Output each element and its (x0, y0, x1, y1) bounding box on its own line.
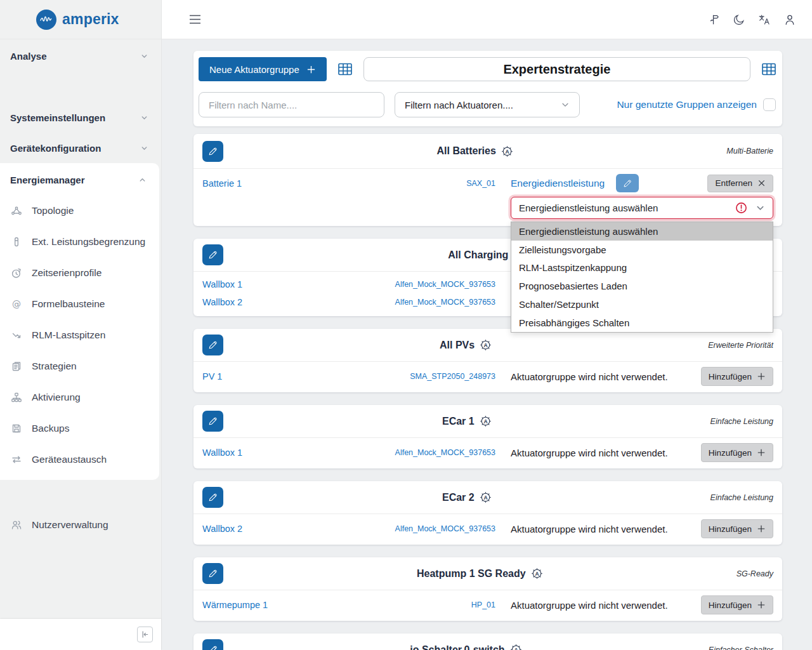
actuator-name-link[interactable]: Wallbox 2 (202, 524, 377, 534)
plus-icon (757, 600, 766, 609)
group-type-label: Einfache Leistung (710, 417, 773, 426)
card-body: Wallbox 2 Alfen_Mock_MOCK_937653 Aktuato… (193, 514, 782, 545)
sidebar-item-zeitserienprofile[interactable]: Zeitserienprofile (0, 257, 159, 288)
card-title: All PVs A (223, 339, 708, 351)
edit-group-button[interactable] (202, 639, 223, 650)
remove-button[interactable]: Entfernen (707, 175, 773, 192)
signpost-icon[interactable] (705, 11, 722, 28)
svg-text:A: A (484, 342, 488, 348)
device-id-link[interactable]: Alfen_Mock_MOCK_937653 (393, 524, 495, 533)
auto-badge-icon: A (531, 567, 543, 580)
edit-group-button[interactable] (202, 411, 223, 432)
device-id-link[interactable]: SMA_STP2050_248973 (393, 372, 495, 381)
card-body: Wärmepumpe 1 HP_01 Aktuatorgruppe wird n… (193, 590, 782, 621)
device-id-link[interactable]: SAX_01 (393, 179, 495, 188)
energy-service-link[interactable]: Energiedienstleistung (511, 178, 605, 189)
chevron-up-icon (138, 176, 147, 184)
actuator-row: Wallbox 1 Alfen_Mock_MOCK_937653 Aktuato… (202, 442, 773, 463)
card-body: Wallbox 1 Alfen_Mock_MOCK_937653 Aktuato… (193, 438, 782, 468)
actuator-name-link[interactable]: Wallbox 1 (202, 279, 377, 289)
pencil-icon (207, 340, 218, 350)
select-option[interactable]: Schalter/Setzpunkt (511, 295, 773, 314)
hamburger-menu-icon[interactable] (187, 11, 203, 28)
show-used-groups-checkbox[interactable] (763, 98, 776, 111)
formula-icon: @ (11, 298, 22, 310)
add-button[interactable]: Hinzufügen (701, 443, 773, 462)
sidebar-section-geraetekonfiguration[interactable]: Gerätekonfiguration (0, 133, 161, 163)
main-area: Neue Aktuatorgruppe Filtern nach Aktuato… (162, 0, 812, 650)
actuator-name-link[interactable]: Wärmepumpe 1 (202, 600, 377, 610)
edit-group-button[interactable] (202, 244, 223, 265)
sidebar-item-formelbausteine[interactable]: @ Formelbausteine (0, 288, 159, 319)
card-header: ECar 2 A Einfache Leistung (193, 481, 782, 514)
group-unused-status: Aktuatorgruppe wird nicht verwendet. (511, 600, 668, 611)
filter-actuators-select[interactable]: Filtern nach Aktuatoren.... (395, 92, 580, 117)
svg-text:A: A (535, 571, 539, 577)
select-option[interactable]: Energiedienstleistung auswählen (511, 222, 773, 241)
actuator-name-link[interactable]: Wallbox 1 (202, 448, 377, 458)
filter-name-input[interactable] (199, 92, 384, 117)
energy-service-select[interactable]: Energiedienstleistung auswählen (511, 197, 773, 219)
actuator-row: Wärmepumpe 1 HP_01 Aktuatorgruppe wird n… (202, 594, 773, 616)
sidebar-item-strategien[interactable]: Strategien (0, 350, 159, 381)
show-used-groups-toggle[interactable]: Nur genutzte Gruppen anzeigen (617, 98, 777, 111)
sidebar-item-geraeteaustausch[interactable]: Geräteaustausch (0, 444, 159, 475)
add-button[interactable]: Hinzufügen (701, 519, 773, 538)
device-id-link[interactable]: Alfen_Mock_MOCK_937653 (393, 298, 495, 307)
edit-group-button[interactable] (202, 141, 223, 162)
select-option[interactable]: Prognosebasiertes Laden (511, 277, 773, 295)
edit-group-button[interactable] (202, 487, 223, 508)
sidebar-item-nutzerverwaltung[interactable]: Nutzerverwaltung (0, 509, 161, 540)
pencil-icon (207, 146, 218, 157)
edit-service-button[interactable] (616, 174, 639, 192)
sidebar-collapse-button[interactable] (137, 627, 153, 642)
group-unused-status: Aktuatorgruppe wird nicht verwendet. (511, 371, 668, 382)
device-id-link[interactable]: Alfen_Mock_MOCK_937653 (393, 448, 495, 457)
chevron-down-icon (140, 144, 148, 152)
group-type-label: SG-Ready (737, 569, 773, 578)
close-icon (757, 179, 766, 187)
edit-group-button[interactable] (202, 563, 223, 584)
actuator-row: PV 1 SMA_STP2050_248973 Aktuatorgruppe w… (202, 366, 773, 387)
users-icon (11, 519, 22, 531)
sidebar-item-ext-leistungsbegrenzung[interactable]: Ext. Leistungsbegrenzung (0, 226, 159, 257)
sidebar-item-rlm-lastspitzen[interactable]: RLM-Lastspitzen (0, 319, 159, 350)
pencil-icon (207, 416, 218, 427)
card-body: PV 1 SMA_STP2050_248973 Aktuatorgruppe w… (193, 362, 782, 392)
group-table-view-icon[interactable] (337, 62, 353, 77)
chevron-down-icon (140, 114, 148, 122)
add-button[interactable]: Hinzufügen (701, 595, 773, 614)
card-header: io.Schalter.0-switch A Einfacher Schalte… (193, 633, 782, 650)
actuator-name-link[interactable]: PV 1 (202, 371, 377, 381)
select-option[interactable]: Preisabhängiges Schalten (511, 314, 773, 332)
sidebar-section-energiemanager[interactable]: Energiemanager (0, 164, 159, 195)
new-actuator-group-button[interactable]: Neue Aktuatorgruppe (199, 57, 327, 81)
sidebar-section-analyse[interactable]: Analyse (0, 41, 161, 71)
actuator-group-card: ECar 2 A Einfache Leistung Wallbox 2 Alf… (193, 481, 782, 545)
select-option[interactable]: Zielleistungsvorgabe (511, 241, 773, 259)
device-id-link[interactable]: HP_01 (393, 600, 495, 609)
pencil-icon (207, 568, 218, 579)
language-icon[interactable] (756, 11, 773, 28)
select-option[interactable]: RLM-Lastspitzenkappung (511, 259, 773, 277)
dark-mode-icon[interactable] (731, 11, 747, 28)
sidebar-item-backups[interactable]: Backups (0, 413, 159, 444)
sidebar-section-systemeinstellungen[interactable]: Systemeinstellungen (0, 102, 161, 133)
sidebar-item-topologie[interactable]: Topologie (0, 195, 159, 226)
actuator-name-link[interactable]: Wallbox 2 (202, 297, 377, 307)
strategy-table-view-icon[interactable] (761, 62, 777, 77)
add-button[interactable]: Hinzufügen (701, 367, 773, 386)
device-id-link[interactable]: Alfen_Mock_MOCK_937653 (393, 280, 495, 289)
auto-badge-icon: A (480, 339, 492, 351)
sidebar-nav: Analyse Systemeinstellungen Gerätekonfig… (0, 39, 161, 540)
user-icon[interactable] (782, 11, 798, 28)
time-series-icon (11, 267, 22, 279)
sidebar-item-aktivierung[interactable]: Aktivierung (0, 381, 159, 413)
group-unused-status: Aktuatorgruppe wird nicht verwendet. (511, 524, 668, 534)
amperix-logo-icon (36, 10, 56, 30)
chevron-down-icon (140, 52, 148, 60)
edit-group-button[interactable] (202, 335, 223, 355)
actuator-name-link[interactable]: Batterie 1 (202, 178, 377, 189)
strategy-name-input[interactable] (363, 57, 750, 81)
card-title: All Batteries A (223, 145, 726, 157)
